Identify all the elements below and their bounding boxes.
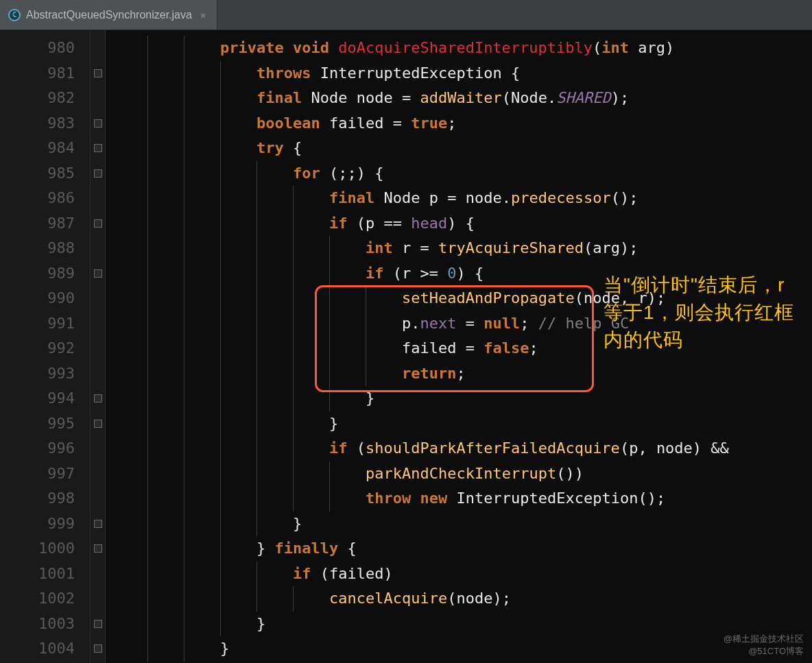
line-number: 999: [0, 511, 90, 537]
code-line: cancelAcquire(node);: [111, 586, 812, 612]
fold-marker-icon[interactable]: [94, 420, 102, 428]
fold-marker-icon[interactable]: [94, 69, 102, 77]
line-number: 983: [0, 111, 90, 136]
fold-slot: [91, 261, 105, 287]
fold-slot: [91, 336, 105, 361]
close-icon[interactable]: ✕: [198, 10, 208, 21]
line-number: 990: [0, 286, 90, 311]
fold-marker-icon[interactable]: [94, 544, 102, 553]
editor-tab[interactable]: C AbstractQueuedSynchronizer.java ✕: [0, 0, 217, 29]
code-line: for (;;) {: [111, 161, 812, 186]
line-number: 1002: [0, 586, 90, 612]
fold-marker-icon[interactable]: [94, 644, 102, 653]
tab-filename: AbstractQueuedSynchronizer.java: [26, 9, 192, 21]
code-line: }: [111, 411, 812, 437]
fold-slot: [91, 386, 105, 411]
code-line: }: [111, 386, 812, 411]
fold-gutter: [91, 30, 106, 663]
fold-marker-icon[interactable]: [94, 620, 102, 628]
code-line: if (failed): [111, 562, 812, 587]
fold-slot: [91, 211, 105, 237]
line-number: 988: [0, 236, 90, 261]
fold-slot: [91, 436, 105, 461]
code-line: return;: [111, 361, 812, 387]
line-number-gutter: 9809819829839849859869879889899909919929…: [0, 30, 91, 663]
line-number: 1000: [0, 536, 90, 562]
line-number: 982: [0, 86, 90, 111]
code-line: if (shouldParkAfterFailedAcquire(p, node…: [111, 436, 812, 461]
line-number: 987: [0, 211, 90, 237]
fold-marker-icon[interactable]: [94, 269, 102, 278]
fold-slot: [91, 136, 105, 161]
fold-slot: [91, 461, 105, 487]
fold-slot: [91, 161, 105, 186]
fold-marker-icon[interactable]: [94, 144, 102, 152]
fold-marker-icon[interactable]: [94, 119, 102, 128]
code-line: }: [111, 511, 812, 537]
fold-slot: [91, 86, 105, 111]
line-number: 1004: [0, 636, 90, 662]
fold-slot: [91, 236, 105, 261]
code-line: }: [111, 612, 812, 637]
fold-slot: [91, 586, 105, 612]
tab-bar: C AbstractQueuedSynchronizer.java ✕: [0, 0, 812, 30]
line-number: 984: [0, 136, 90, 161]
line-number: 980: [0, 36, 90, 61]
code-line: throws InterruptedException {: [111, 61, 812, 86]
line-number: 989: [0, 261, 90, 287]
fold-marker-icon[interactable]: [94, 169, 102, 178]
line-number: 993: [0, 361, 90, 387]
fold-slot: [91, 562, 105, 587]
code-line: final Node node = addWaiter(Node.SHARED)…: [111, 86, 812, 111]
code-line: parkAndCheckInterrupt()): [111, 461, 812, 487]
fold-marker-icon[interactable]: [94, 394, 102, 402]
fold-slot: [91, 36, 105, 61]
code-line: }: [111, 636, 812, 662]
annotation-text: 当"倒计时"结束后，r等于1，则会执行红框内的代码: [604, 272, 802, 354]
line-number: 998: [0, 486, 90, 511]
code-line: if (p == head) {: [111, 211, 812, 237]
fold-slot: [91, 411, 105, 437]
code-line: final Node p = node.predecessor();: [111, 186, 812, 211]
line-number: 991: [0, 311, 90, 337]
line-number: 1003: [0, 612, 90, 637]
line-number: 1001: [0, 562, 90, 587]
fold-slot: [91, 311, 105, 337]
line-number: 986: [0, 186, 90, 211]
line-number: 997: [0, 461, 90, 487]
code-line: boolean failed = true;: [111, 111, 812, 136]
fold-slot: [91, 511, 105, 537]
line-number: 996: [0, 436, 90, 461]
code-line: } finally {: [111, 536, 812, 562]
fold-slot: [91, 536, 105, 562]
line-number: 995: [0, 411, 90, 437]
code-line: try {: [111, 136, 812, 161]
line-number: 992: [0, 336, 90, 361]
java-class-icon: C: [8, 9, 21, 21]
code-line: throw new InterruptedException();: [111, 486, 812, 511]
watermark: @稀土掘金技术社区 @51CTO博客: [724, 633, 804, 658]
line-number: 994: [0, 386, 90, 411]
fold-slot: [91, 61, 105, 86]
line-number: 981: [0, 61, 90, 86]
fold-slot: [91, 111, 105, 136]
line-number: 985: [0, 161, 90, 186]
fold-slot: [91, 612, 105, 637]
code-line: private void doAcquireSharedInterruptibl…: [111, 36, 812, 61]
fold-slot: [91, 186, 105, 211]
fold-slot: [91, 636, 105, 662]
fold-slot: [91, 486, 105, 511]
watermark-line: @稀土掘金技术社区: [724, 633, 804, 645]
watermark-line: @51CTO博客: [724, 645, 804, 658]
fold-slot: [91, 361, 105, 387]
fold-slot: [91, 286, 105, 311]
fold-marker-icon[interactable]: [94, 219, 102, 228]
fold-marker-icon[interactable]: [94, 520, 102, 528]
code-line: int r = tryAcquireShared(arg);: [111, 236, 812, 261]
